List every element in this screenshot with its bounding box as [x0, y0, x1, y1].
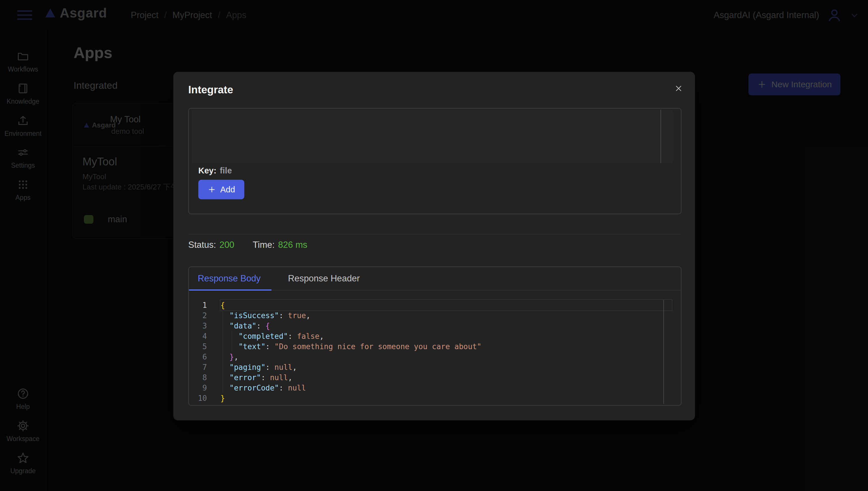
key-row: Key: file	[198, 166, 232, 175]
key-label: Key:	[198, 166, 216, 175]
app-root: Asgard Project / MyProject / Apps Asgard…	[0, 0, 868, 491]
code-line: 1{	[189, 300, 677, 310]
code-line: 8 "error": null,	[189, 372, 677, 383]
add-button[interactable]: Add	[198, 180, 244, 199]
code-line: 5 "text": "Do something nice for someone…	[189, 341, 677, 352]
status-row: Status: 200 Time: 826 ms	[188, 240, 307, 250]
close-button[interactable]	[670, 80, 687, 97]
status-value: 200	[220, 240, 235, 250]
response-body-editor[interactable]: 1{2 "isSuccess": true,3 "data": {4 "comp…	[189, 290, 680, 405]
request-input-panel: Key: file Add	[188, 108, 681, 214]
tab-response-body[interactable]: Response Body	[198, 267, 261, 290]
code-line: 3 "data": {	[189, 321, 677, 331]
time-value: 826 ms	[278, 240, 307, 250]
code-line: 6 },	[189, 352, 677, 362]
tab-response-header[interactable]: Response Header	[288, 267, 360, 290]
modal-title: Integrate	[188, 84, 233, 96]
code-line: 9 "errorCode": null	[189, 383, 677, 393]
file-area-scrollbar[interactable]	[660, 110, 661, 163]
response-tabs: Response Body Response Header	[189, 267, 681, 290]
plus-icon	[208, 185, 216, 194]
code-line: 7 "paging": null,	[189, 362, 677, 372]
time-label: Time:	[253, 240, 274, 250]
file-input-area[interactable]	[192, 110, 673, 163]
close-icon	[674, 84, 683, 93]
status-label: Status:	[188, 240, 216, 250]
code-line: 2 "isSuccess": true,	[189, 310, 677, 321]
divider	[188, 234, 680, 234]
integrate-modal: Integrate Key: file Add Status: 200 Time…	[173, 72, 695, 421]
add-button-label: Add	[220, 185, 235, 194]
time-group: Time: 826 ms	[253, 240, 307, 250]
response-panel: Response Body Response Header 1{2 "isSuc…	[188, 266, 681, 406]
code-line: 10}	[189, 393, 677, 403]
editor-scrollbar[interactable]	[663, 300, 664, 404]
key-value: file	[220, 166, 232, 175]
code-line: 4 "completed": false,	[189, 331, 677, 341]
